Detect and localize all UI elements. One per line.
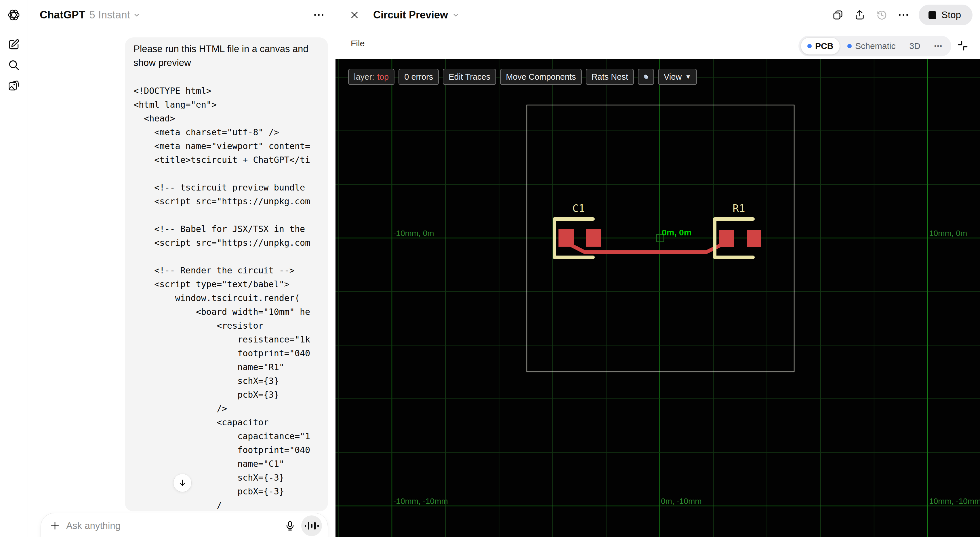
component-r1[interactable]: R1 — [715, 202, 761, 257]
chevron-down-icon[interactable] — [133, 11, 140, 19]
status-dot-icon — [847, 44, 852, 48]
user-message-code: <!DOCTYPE html> <html lang="en"> <head> … — [134, 84, 328, 512]
c1-pad2 — [586, 229, 601, 247]
file-menu[interactable]: File — [351, 38, 364, 48]
user-message-text: Please run this HTML file in a canvas an… — [134, 42, 328, 70]
app-title[interactable]: ChatGPT — [40, 9, 85, 21]
view-label: View — [664, 72, 682, 82]
dot — [318, 14, 320, 16]
composer[interactable]: Ask anything — [41, 513, 328, 537]
voice-mode-button[interactable] — [301, 515, 322, 536]
arrow-down-icon — [178, 478, 187, 487]
search-icon — [8, 59, 20, 72]
upload-icon — [854, 9, 866, 21]
c1-label: C1 — [572, 202, 585, 214]
pencil-icon — [643, 74, 649, 80]
search-chats-button[interactable] — [6, 57, 22, 73]
image-library-icon — [8, 80, 20, 92]
dot — [322, 14, 323, 16]
canvas-options-button[interactable] — [897, 8, 910, 22]
move-components-label: Move Components — [506, 72, 576, 82]
library-button[interactable] — [6, 78, 22, 94]
r1-pad2 — [747, 229, 761, 247]
c1-pad1 — [558, 229, 574, 247]
plus-icon — [50, 521, 60, 531]
move-components-button[interactable]: Move Components — [500, 69, 582, 85]
status-dot-icon — [807, 44, 812, 48]
tab-pcb[interactable]: PCB — [801, 37, 840, 55]
tab-3d[interactable]: 3D — [903, 37, 926, 55]
edit-silkscreen-button[interactable] — [638, 69, 654, 85]
chatgpt-logo[interactable] — [6, 7, 22, 23]
coord-label-bottom-left: -10mm, -10mm — [393, 497, 448, 506]
close-icon — [350, 10, 360, 20]
copy-icon — [832, 9, 844, 21]
chat-column: ChatGPT 5 Instant Please run this HTML f… — [28, 0, 336, 537]
chat-header: ChatGPT 5 Instant — [28, 0, 336, 30]
copy-button[interactable] — [831, 8, 845, 22]
canvas-header: Circuit Preview — [336, 0, 980, 30]
canvas-panel: Circuit Preview — [336, 0, 980, 537]
view-mode-switcher: PCB Schematic 3D ••• — [799, 36, 951, 56]
openai-knot-icon — [7, 8, 21, 22]
pcb-scene: C1 R1 0m, 0m -10mm, 0m 10mm, 0m -10mm, -… — [336, 59, 980, 537]
close-canvas-button[interactable] — [348, 9, 361, 21]
rats-nest-button[interactable]: Rats Nest — [586, 69, 634, 85]
layer-label: layer: — [354, 72, 374, 82]
tab-pcb-label: PCB — [815, 41, 833, 51]
view-tabs-more-button[interactable]: ••• — [928, 37, 949, 55]
model-selector[interactable]: 5 Instant — [89, 9, 130, 21]
canvas-menubar: File PCB Schematic 3D ••• — [336, 30, 980, 59]
edit-traces-label: Edit Traces — [449, 72, 490, 82]
pcb-toolbar: layer: top 0 errors Edit Traces Move Com… — [348, 69, 697, 85]
coord-label-bottom-right: 10mm, -10mm — [929, 497, 980, 506]
chat-input[interactable]: Ask anything — [66, 520, 282, 531]
dictate-button[interactable] — [282, 518, 298, 534]
ellipsis-icon: ••• — [934, 42, 943, 50]
r1-label: R1 — [733, 202, 745, 214]
pcb-grid — [336, 59, 980, 537]
share-button[interactable] — [853, 8, 866, 22]
new-chat-button[interactable] — [6, 37, 22, 52]
caret-down-icon: ▼ — [685, 73, 691, 80]
stop-icon — [929, 11, 936, 19]
errors-button[interactable]: 0 errors — [398, 69, 439, 85]
edit-traces-button[interactable]: Edit Traces — [443, 69, 496, 85]
waveform-icon — [304, 522, 320, 529]
canvas-title: Circuit Preview — [373, 9, 448, 21]
exit-fullscreen-icon — [957, 40, 969, 52]
history-button[interactable] — [875, 8, 888, 22]
coord-label-origin: 0m, 0m — [662, 228, 691, 237]
pcb-viewport[interactable]: C1 R1 0m, 0m -10mm, 0m 10mm, 0m -10mm, -… — [336, 59, 980, 537]
conversation-options-button[interactable] — [312, 10, 325, 19]
coord-label-bottom-center: 0m, -10mm — [661, 497, 702, 506]
scroll-to-bottom-button[interactable] — [173, 474, 192, 492]
coord-label-mid-left: -10mm, 0m — [393, 229, 434, 238]
collapse-canvas-button[interactable] — [956, 38, 970, 53]
layer-button[interactable]: layer: top — [348, 69, 395, 85]
history-icon — [875, 9, 888, 21]
tab-schematic-label: Schematic — [855, 41, 896, 51]
dot — [314, 14, 316, 16]
attach-button[interactable] — [48, 519, 62, 533]
sidebar-rail — [0, 0, 28, 537]
r1-pad1 — [719, 229, 734, 247]
tab-3d-label: 3D — [909, 41, 920, 51]
ellipsis-icon — [899, 14, 908, 16]
layer-value: top — [377, 72, 389, 82]
rats-nest-label: Rats Nest — [592, 72, 628, 82]
stop-label: Stop — [942, 10, 961, 21]
stop-button[interactable]: Stop — [919, 5, 972, 25]
tab-schematic[interactable]: Schematic — [841, 37, 902, 55]
coord-label-mid-right: 10mm, 0m — [929, 229, 967, 238]
chevron-down-icon — [452, 11, 460, 19]
new-chat-icon — [8, 38, 20, 51]
microphone-icon — [284, 520, 296, 532]
errors-label: 0 errors — [404, 72, 433, 82]
canvas-title-dropdown[interactable]: Circuit Preview — [373, 0, 460, 30]
user-message-bubble: Please run this HTML file in a canvas an… — [125, 37, 328, 512]
view-menu-button[interactable]: View ▼ — [658, 69, 697, 85]
